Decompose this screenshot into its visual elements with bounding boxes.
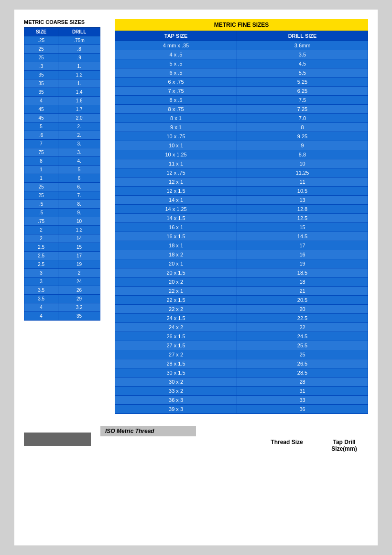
table-row: 14 x 1.2512.8 [115, 205, 368, 214]
table-row: 25.8 [24, 45, 100, 54]
table-row: 25.9 [24, 54, 100, 62]
table-row: 27 x 1.525.5 [115, 341, 368, 350]
table-row: 10 x .759.25 [115, 132, 368, 141]
table-row: 6 x .755.25 [115, 78, 368, 87]
table-row: 4 mm x .353.6mm [115, 41, 368, 50]
table-row: 18 x 117 [115, 241, 368, 250]
table-row: .31. [24, 62, 100, 71]
table-row: 24 x 1.522.5 [115, 314, 368, 323]
table-row: 8 x .757.25 [115, 105, 368, 114]
table-row: 2.515 [24, 243, 100, 252]
tables-container: METRIC COARSE SIZES SIZE DRILL .25.75m25… [24, 19, 368, 414]
table-row: 16 [24, 174, 100, 183]
right-col-drill-header: DRILL SIZE [237, 31, 368, 41]
table-row: 20 x 218 [115, 278, 368, 287]
table-row: 351.4 [24, 88, 100, 97]
table-row: .58. [24, 200, 100, 209]
table-row: 11 x 110 [115, 159, 368, 168]
table-row: 14 x 1.512.5 [115, 214, 368, 223]
table-row: 753. [24, 148, 100, 157]
left-col-size-header: SIZE [24, 28, 58, 36]
table-row: .62. [24, 131, 100, 140]
right-table-title: METRIC FINE SIZES [115, 19, 368, 31]
table-row: 435 [24, 312, 100, 321]
table-row: 3.526 [24, 286, 100, 295]
table-row: .7510 [24, 217, 100, 226]
table-row: 214 [24, 234, 100, 243]
table-row: 73. [24, 140, 100, 148]
table-row: 8 x .57.5 [115, 96, 368, 105]
right-table-section: METRIC FINE SIZES TAP SIZE DRILL SIZE 4 … [115, 19, 368, 414]
table-row: 2.519 [24, 260, 100, 269]
table-row: 30 x 1.528.5 [115, 368, 368, 377]
table-row: 10 x 1.258.8 [115, 150, 368, 159]
table-row: 43.2 [24, 303, 100, 312]
table-row: 28 x 1.526.5 [115, 359, 368, 368]
right-table: TAP SIZE DRILL SIZE 4 mm x .353.6mm4 x .… [115, 31, 368, 414]
table-row: 33 x 231 [115, 387, 368, 396]
bottom-left-box [24, 433, 91, 446]
table-row: 351. [24, 79, 100, 88]
iso-tap-drill-header: Tap Drill Size(mm) [320, 439, 368, 452]
table-row: 257. [24, 191, 100, 200]
table-row: 52. [24, 122, 100, 131]
page: METRIC COARSE SIZES SIZE DRILL .25.75m25… [14, 10, 378, 545]
left-table-section: METRIC COARSE SIZES SIZE DRILL .25.75m25… [24, 19, 100, 321]
table-row: 6 x .55.5 [115, 68, 368, 78]
table-row: 12 x 1.510.5 [115, 187, 368, 196]
table-row: 32 [24, 269, 100, 278]
bottom-right-content: ISO Metric Thread Thread Size Tap Drill … [100, 426, 368, 452]
table-row: 2.517 [24, 252, 100, 260]
table-row: 9 x 18 [115, 123, 368, 132]
table-row: 21.2 [24, 226, 100, 234]
table-row: .59. [24, 209, 100, 217]
table-row: 12 x 111 [115, 178, 368, 187]
table-row: 451.7 [24, 105, 100, 114]
table-row: 8 x 17.0 [115, 114, 368, 123]
table-row: 22 x 1.520.5 [115, 296, 368, 305]
table-row: 7 x .756.25 [115, 87, 368, 96]
table-row: 15 [24, 166, 100, 174]
left-col-drill-header: DRILL [58, 28, 100, 36]
left-table-title: METRIC COARSE SIZES [24, 19, 100, 25]
table-row: 324 [24, 278, 100, 286]
table-row: 22 x 220 [115, 305, 368, 314]
iso-thread-size-header: Thread Size [263, 439, 311, 452]
table-row: 16 x 1.514.5 [115, 232, 368, 241]
table-row: 16 x 115 [115, 223, 368, 232]
table-row: 24 x 222 [115, 323, 368, 332]
table-row: 14 x 113 [115, 196, 368, 205]
iso-table-header: Thread Size Tap Drill Size(mm) [100, 439, 368, 452]
table-row: 3.529 [24, 295, 100, 303]
table-row: 22 x 121 [115, 287, 368, 296]
table-row: 452.0 [24, 114, 100, 122]
left-table: SIZE DRILL .25.75m25.825.9.31.351.2351.3… [24, 27, 100, 321]
table-row: 84. [24, 157, 100, 166]
table-row: 30 x 228 [115, 377, 368, 387]
table-row: 5 x .54.5 [115, 59, 368, 68]
table-row: 256. [24, 183, 100, 191]
table-row: 39 x 336 [115, 405, 368, 414]
table-row: 351.2 [24, 71, 100, 79]
bottom-section: ISO Metric Thread Thread Size Tap Drill … [24, 426, 368, 452]
table-row: .25.75m [24, 36, 100, 45]
table-row: 4 x .53.5 [115, 50, 368, 59]
table-row: 26 x 1.524.5 [115, 332, 368, 341]
right-col-tap-header: TAP SIZE [115, 31, 237, 41]
table-row: 41.6 [24, 97, 100, 105]
table-row: 10 x 19 [115, 141, 368, 150]
table-row: 27 x 225 [115, 350, 368, 359]
table-row: 36 x 333 [115, 396, 368, 405]
table-row: 20 x 119 [115, 259, 368, 268]
table-row: 20 x 1.518.5 [115, 268, 368, 278]
table-row: 18 x 216 [115, 250, 368, 259]
table-row: 12 x .7511.25 [115, 168, 368, 178]
iso-title: ISO Metric Thread [100, 426, 196, 436]
